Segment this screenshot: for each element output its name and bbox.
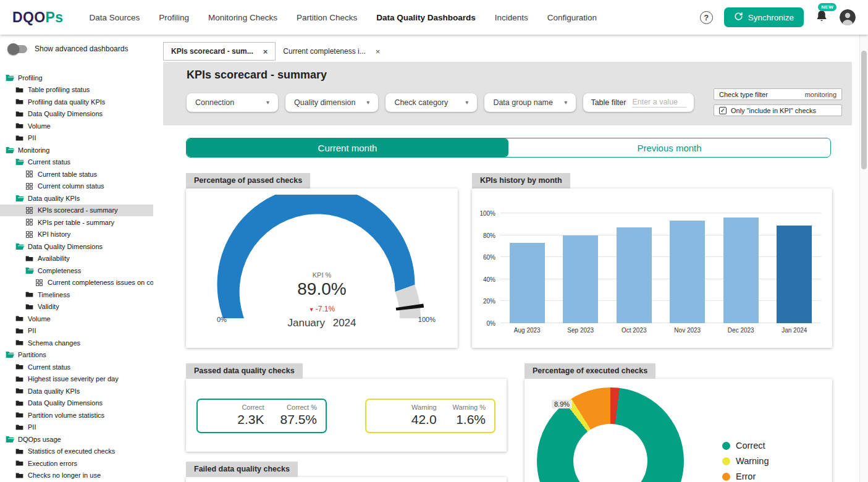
tree-item-availability[interactable]: Availability [0,253,153,265]
bar-chart[interactable]: 0%20%40%60%80%100% Aug 2023Sep 2023Oct 2… [472,188,832,348]
bar-nov-2023[interactable] [670,221,705,323]
tree-item-kpis-scorecard-summary[interactable]: KPIs scorecard - summary [0,205,153,217]
tree-item-kpi-history[interactable]: KPI history [0,229,153,241]
tree-item-partition-volume-statistics[interactable]: Partition volume statistics [0,409,153,421]
tree-item-current-column-status[interactable]: Current column status [0,180,153,193]
tree-item-partitions[interactable]: Partitions [0,349,153,362]
tree-item-monitoring[interactable]: Monitoring [0,144,153,156]
bar-slot [607,213,661,323]
tree-item-schema-changes[interactable]: Schema changes [0,337,153,349]
user-avatar[interactable] [840,9,856,25]
tree-item-table-profiling-status[interactable]: Table profiling status [0,84,153,96]
y-axis-tick-label: 0% [487,320,495,327]
legend-item-warning[interactable]: Warning [722,456,769,466]
bar-aug-2023[interactable] [510,243,545,323]
y-axis-tick-label: 20% [483,298,495,305]
tree-item-dqops-usage[interactable]: DQOps usage [0,433,153,446]
dqops-logo[interactable]: DQOPs [12,9,64,26]
advanced-dashboards-row: Show advanced dashboards [0,42,153,56]
folder-icon [25,255,34,262]
tree-item-validity[interactable]: Validity [0,301,153,313]
tree-item-data-quality-dimensions[interactable]: Data Quality Dimensions [0,108,153,120]
page-title: KPIs scorecard - summary [187,69,842,82]
tree-item-current-table-status[interactable]: Current table status [0,168,153,180]
kpi-checkbox[interactable]: ✓ [719,107,727,114]
tree-item-volume[interactable]: Volume [0,313,153,325]
tree-item-kpis-per-table-summary[interactable]: KPIs per table - summary [0,216,153,229]
bar-slot [500,213,554,323]
tree-item-label: Table profiling status [28,86,90,93]
tree-item-current-status[interactable]: Current status [0,156,153,169]
top-navbar: DQOPs Data SourcesProfilingMonitoring Ch… [0,0,868,35]
tab-previous-month[interactable]: Previous month [508,138,830,157]
help-icon[interactable]: ? [700,11,713,24]
bar-dec-2023[interactable] [723,218,759,323]
tree-item-completeness[interactable]: Completeness [0,264,153,277]
filter-dropdown-check-category[interactable]: Check category▾ [386,93,477,112]
toggle-knob [7,43,19,55]
bar-oct-2023[interactable] [617,227,652,323]
check-type-filter[interactable]: Check type filter monitoring [714,88,842,100]
bar-jan-2024[interactable] [777,226,812,323]
nav-item-incidents[interactable]: Incidents [495,13,528,22]
filter-dropdown-connection[interactable]: Connection▾ [187,93,278,112]
tree-item-data-quality-kpis[interactable]: Data quality KPIs [0,192,153,205]
vertical-scrollbar[interactable] [859,35,868,482]
legend-dot [722,442,730,450]
scrollbar-thumb[interactable] [861,51,867,169]
refresh-icon [734,12,743,23]
filter-dropdown-quality-dimension[interactable]: Quality dimension▾ [285,93,378,112]
panel-passed-percentage: Percentage of passed checks 0% 100% KPI … [186,173,458,348]
y-axis-tick-label: 100% [479,210,495,217]
bar-slot [714,213,768,323]
tree-item-data-quality-kpis[interactable]: Data quality KPIs [0,385,153,397]
bar-slot [768,213,822,323]
bar-sep-2023[interactable] [563,235,598,323]
table-filter-input[interactable] [632,98,686,108]
nav-item-configuration[interactable]: Configuration [547,13,597,22]
logo-text-dqo: DQO [12,9,46,25]
grid-icon [35,279,44,286]
nav-item-monitoring-checks[interactable]: Monitoring Checks [208,13,277,22]
tree-item-profiling-data-quality-kpis[interactable]: Profiling data quality KPIs [0,96,153,108]
tree-item-statistics-of-executed-checks[interactable]: Statistics of executed checks [0,446,153,458]
tree-item-pii[interactable]: PII [0,132,153,145]
tree-item-label: Data Quality Dimensions [28,110,103,117]
filter-dropdown-label: Data group name [493,98,553,107]
advanced-dashboards-toggle[interactable] [9,45,27,53]
nav-item-data-sources[interactable]: Data Sources [90,13,140,22]
tree-item-timeliness[interactable]: Timeliness [0,289,153,301]
filter-dropdown-data-group-name[interactable]: Data group name▾ [484,93,576,112]
legend-item-error[interactable]: Error [722,471,769,481]
nav-item-data-quality-dashboards[interactable]: Data Quality Dashboards [376,13,476,22]
tree-item-current-completeness-issues-on-colu[interactable]: Current completeness issues on colu [0,277,153,289]
dashboard-tab-current-completeness-i[interactable]: Current completeness i...× [276,42,387,61]
tab-current-month[interactable]: Current month [187,138,508,157]
nav-item-profiling[interactable]: Profiling [159,13,189,22]
delta-down-icon: ▼ [309,307,314,313]
tree-item-checks-no-longer-in-use[interactable]: Checks no longer in use [0,470,153,482]
tree-item-current-status[interactable]: Current status [0,361,153,373]
dashboard-tab-kpis-scorecard-sum[interactable]: KPIs scorecard - sum...× [163,42,276,61]
tree-item-highest-issue-severity-per-day[interactable]: Highest issue severity per day [0,373,153,386]
tab-close-icon[interactable]: × [376,47,381,56]
tree-item-label: Profiling [18,74,43,82]
tree-item-data-quality-dimensions[interactable]: Data Quality Dimensions [0,240,153,253]
tree-item-pii[interactable]: PII [0,325,153,337]
tree-item-data-quality-dimensions[interactable]: Data Quality Dimensions [0,397,153,410]
tree-item-label: Statistics of executed checks [28,447,115,455]
folder-open-icon [5,74,14,82]
tree-item-profiling[interactable]: Profiling [0,72,153,84]
gauge-chart[interactable]: 0% 100% KPI % 89.0% ▼-7.1% January 2024 [186,188,458,348]
synchronize-button[interactable]: Synchronize [724,7,804,27]
nav-item-partition-checks[interactable]: Partition Checks [297,13,357,22]
notifications-bell[interactable]: NEW [815,9,828,25]
tree-item-pii[interactable]: PII [0,421,153,434]
tree-item-execution-errors[interactable]: Execution errors [0,457,153,470]
folder-icon [25,303,34,310]
tree-item-label: Current status [28,363,70,371]
tree-item-volume[interactable]: Volume [0,120,153,132]
tree-item-label: Data quality KPIs [28,387,80,395]
tab-close-icon[interactable]: × [263,47,268,56]
legend-item-correct[interactable]: Correct [722,441,769,450]
